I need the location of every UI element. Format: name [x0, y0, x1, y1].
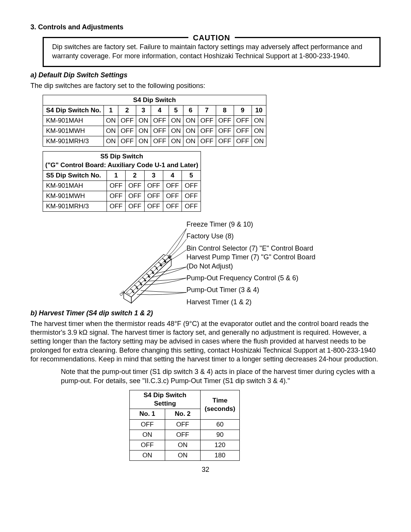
val-cell: ON	[136, 116, 151, 126]
caution-heading: CAUTION	[188, 33, 235, 43]
val-cell: 180	[201, 450, 240, 460]
val-cell: ON	[169, 116, 183, 126]
caution-box: CAUTION Dip switches are factory set. Fa…	[43, 37, 381, 67]
s4-col: 4	[151, 105, 169, 116]
val-cell: OFF	[163, 191, 182, 201]
val-cell: OFF	[151, 136, 169, 147]
val-cell: ON	[183, 126, 198, 136]
timer-setting-header: S4 Dip Switch Setting	[130, 390, 201, 409]
model-cell: KM-901MAH	[43, 116, 104, 126]
s4-dip-switch-table: S4 Dip Switch S4 Dip Switch No. 1 2 3 4 …	[43, 95, 266, 147]
label-bin-control: Bin Control Selector (7) "E" Control Boa…	[186, 244, 381, 271]
timer-no2-header: No. 2	[165, 409, 201, 419]
val-cell: OFF	[126, 191, 144, 201]
table-row: KM-901MWH ON OFF ON OFF ON ON OFF OFF OF…	[43, 126, 266, 136]
dip-switch-diagram: ON 12345678910 Freeze Timer (9 & 10) Fac…	[30, 216, 381, 307]
s4-col: 9	[234, 105, 252, 116]
table-row: OFF ON 120	[130, 440, 240, 450]
val-cell: ON	[169, 126, 183, 136]
s4-row-header: S4 Dip Switch No.	[43, 105, 104, 116]
val-cell: OFF	[234, 126, 252, 136]
val-cell: OFF	[118, 126, 136, 136]
s4-col: 7	[198, 105, 216, 116]
table-row: KM-901MAH ON OFF ON OFF ON ON OFF OFF OF…	[43, 116, 266, 126]
s4-col: 3	[136, 105, 151, 116]
val-cell: OFF	[198, 136, 216, 147]
s4-col: 8	[216, 105, 234, 116]
model-cell: KM-901MWH	[43, 191, 107, 201]
label-harvest-timer: Harvest Timer (1 & 2)	[186, 298, 381, 307]
val-cell: ON	[130, 430, 165, 440]
val-cell: OFF	[144, 201, 163, 211]
s5-col: 3	[144, 170, 163, 181]
section-title: 3. Controls and Adjustments	[30, 23, 381, 32]
sub-a-heading: a) Default Dip Switch Settings	[30, 71, 381, 80]
val-cell: OFF	[198, 126, 216, 136]
model-cell: KM-901MRH/3	[43, 136, 104, 147]
sub-b-paragraph: The harvest timer when the thermistor re…	[30, 320, 381, 364]
val-cell: ON	[169, 136, 183, 147]
val-cell: ON	[183, 116, 198, 126]
s5-col: 2	[126, 170, 144, 181]
s5-col: 4	[163, 170, 182, 181]
val-cell: ON	[252, 126, 266, 136]
table-row: KM-901MRH/3 OFF OFF OFF OFF OFF	[43, 201, 201, 211]
table-row: KM-901MWH OFF OFF OFF OFF OFF	[43, 191, 201, 201]
val-cell: OFF	[234, 116, 252, 126]
val-cell: 90	[201, 430, 240, 440]
model-cell: KM-901MAH	[43, 181, 107, 191]
model-cell: KM-901MRH/3	[43, 201, 107, 211]
val-cell: 60	[201, 419, 240, 430]
s5-row-header: S5 Dip Switch No.	[43, 170, 107, 181]
val-cell: OFF	[165, 430, 201, 440]
val-cell: ON	[165, 440, 201, 450]
val-cell: OFF	[163, 201, 182, 211]
model-cell: KM-901MWH	[43, 126, 104, 136]
label-line: (Do Not Adjust)	[186, 262, 233, 270]
val-cell: ON	[104, 136, 118, 147]
label-pumpout-freq: Pump-Out Frequency Control (5 & 6)	[186, 274, 381, 283]
val-cell: OFF	[118, 116, 136, 126]
val-cell: OFF	[151, 116, 169, 126]
sub-b-note: Note that the pump-out timer (S1 dip swi…	[61, 367, 381, 385]
sub-b-heading: b) Harvest Timer (S4 dip switch 1 & 2)	[30, 309, 381, 318]
label-line: Bin Control Selector (7) "E" Control Boa…	[186, 244, 313, 252]
dip-switch-icon: ON 12345678910	[30, 216, 186, 307]
s5-title-line1: S5 Dip Switch	[45, 152, 198, 161]
val-cell: OFF	[107, 201, 125, 211]
table-row: KM-901MRH/3 ON OFF ON OFF ON ON OFF OFF …	[43, 136, 266, 147]
val-cell: ON	[104, 116, 118, 126]
val-cell: ON	[183, 136, 198, 147]
val-cell: OFF	[165, 419, 201, 430]
val-cell: ON	[165, 450, 201, 460]
val-cell: OFF	[144, 191, 163, 201]
harvest-timer-table: S4 Dip Switch Setting Time (seconds) No.…	[129, 390, 240, 461]
s5-table-title: S5 Dip Switch ("G" Control Board: Auxili…	[43, 152, 201, 170]
val-cell: OFF	[182, 191, 201, 201]
table-row: KM-901MAH OFF OFF OFF OFF OFF	[43, 181, 201, 191]
timer-no1-header: No. 1	[130, 409, 165, 419]
s4-col: 6	[183, 105, 198, 116]
label-factory-use: Factory Use (8)	[186, 232, 381, 241]
val-cell: OFF	[151, 126, 169, 136]
val-cell: OFF	[130, 419, 165, 430]
val-cell: ON	[252, 136, 266, 147]
val-cell: OFF	[107, 181, 125, 191]
val-cell: OFF	[130, 440, 165, 450]
s4-col: 10	[252, 105, 266, 116]
s5-dip-switch-table: S5 Dip Switch ("G" Control Board: Auxili…	[43, 151, 201, 212]
s5-title-line2: ("G" Control Board: Auxiliary Code U-1 a…	[45, 161, 198, 169]
val-cell: OFF	[118, 136, 136, 147]
val-cell: OFF	[216, 136, 234, 147]
page-number: 32	[30, 465, 381, 474]
table-row: ON ON 180	[130, 450, 240, 460]
table-row: ON OFF 90	[130, 430, 240, 440]
val-cell: OFF	[216, 126, 234, 136]
timer-time-header: Time (seconds)	[201, 390, 240, 419]
val-cell: OFF	[182, 201, 201, 211]
val-cell: OFF	[144, 181, 163, 191]
s5-col: 5	[182, 170, 201, 181]
val-cell: ON	[130, 450, 165, 460]
val-cell: ON	[136, 136, 151, 147]
s4-col: 2	[118, 105, 136, 116]
